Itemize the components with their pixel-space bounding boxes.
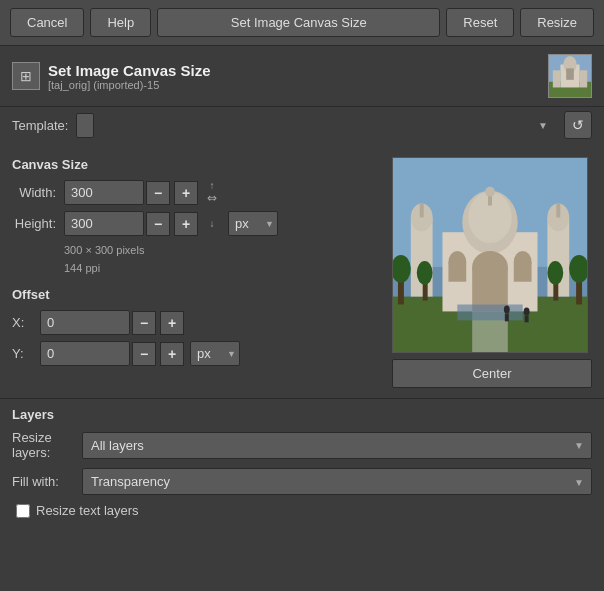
svg-rect-4 [566, 68, 574, 79]
right-panel: Center [392, 157, 592, 388]
left-panel: Canvas Size Width: − + ↑ ⇔ Height: − + [12, 157, 380, 388]
width-label: Width: [12, 185, 64, 200]
svg-point-32 [417, 261, 433, 285]
canvas-size-title: Canvas Size [12, 157, 380, 172]
svg-point-37 [504, 305, 510, 313]
offset-unit-select[interactable]: px mm cm in % [190, 341, 240, 366]
resize-text-label[interactable]: Resize text layers [36, 503, 139, 518]
layers-section: Layers Resize layers: All layers No laye… [0, 398, 604, 530]
image-thumbnail [548, 54, 592, 98]
offset-x-input[interactable] [40, 310, 130, 335]
offset-unit-wrapper: px mm cm in % [190, 341, 240, 366]
chain-bottom-icon: ↓ [202, 218, 222, 229]
offset-x-label: X: [12, 315, 40, 330]
canvas-size-section: Canvas Size Width: − + ↑ ⇔ Height: − + [12, 157, 380, 277]
title-button: Set Image Canvas Size [157, 8, 440, 37]
size-info-pixels: 300 × 300 pixels [64, 242, 380, 260]
height-input[interactable] [64, 211, 144, 236]
chain-icon: ↑ ⇔ [202, 180, 222, 205]
fill-with-select-wrapper: Transparency Background Color Foreground… [82, 468, 592, 495]
resize-layers-label: Resize layers: [12, 430, 82, 460]
offset-x-plus-button[interactable]: + [160, 311, 184, 335]
width-row: Width: − + ↑ ⇔ [12, 180, 380, 205]
offset-x-minus-button[interactable]: − [132, 311, 156, 335]
help-button[interactable]: Help [90, 8, 151, 37]
offset-title: Offset [12, 287, 380, 302]
reset-button[interactable]: Reset [446, 8, 514, 37]
svg-rect-21 [556, 204, 560, 218]
resize-text-checkbox[interactable] [16, 504, 30, 518]
svg-rect-38 [505, 313, 509, 321]
dialog-icon: ⊞ [12, 62, 40, 90]
svg-point-39 [524, 307, 530, 315]
template-reset-button[interactable]: ↺ [564, 111, 592, 139]
width-plus-button[interactable]: + [174, 181, 198, 205]
offset-y-row: Y: − + px mm cm in % [12, 341, 380, 366]
template-select-wrapper [76, 113, 556, 138]
size-info: 300 × 300 pixels 144 ppi [64, 242, 380, 277]
svg-rect-28 [457, 304, 522, 320]
layers-title: Layers [12, 407, 592, 422]
height-label: Height: [12, 216, 64, 231]
fill-with-row: Fill with: Transparency Background Color… [12, 468, 592, 495]
fill-with-label: Fill with: [12, 474, 82, 489]
offset-section: Offset X: − + Y: − + px mm cm [12, 287, 380, 366]
svg-rect-5 [553, 70, 561, 87]
fill-with-select[interactable]: Transparency Background Color Foreground… [82, 468, 592, 495]
toolbar: Cancel Help Set Image Canvas Size Reset … [0, 0, 604, 46]
width-input[interactable] [64, 180, 144, 205]
offset-y-label: Y: [12, 346, 40, 361]
offset-y-minus-button[interactable]: − [132, 342, 156, 366]
height-row: Height: − + ↓ px mm cm in % [12, 211, 380, 236]
resize-layers-select[interactable]: All layers No layers Bottom layers Top l… [82, 432, 592, 459]
offset-x-row: X: − + [12, 310, 380, 335]
svg-rect-6 [580, 70, 588, 87]
image-preview [392, 157, 588, 353]
unit-select-wrapper: px mm cm in % [228, 211, 278, 236]
header-text: Set Image Canvas Size [taj_orig] (import… [48, 62, 548, 91]
svg-rect-27 [514, 262, 532, 282]
svg-rect-40 [525, 315, 529, 322]
resize-layers-row: Resize layers: All layers No layers Bott… [12, 430, 592, 460]
offset-y-input[interactable] [40, 341, 130, 366]
template-label: Template: [12, 118, 68, 133]
main-content: Canvas Size Width: − + ↑ ⇔ Height: − + [0, 147, 604, 398]
offset-y-plus-button[interactable]: + [160, 342, 184, 366]
svg-point-23 [472, 251, 508, 283]
unit-select[interactable]: px mm cm in % [228, 211, 278, 236]
resize-button[interactable]: Resize [520, 8, 594, 37]
height-plus-button[interactable]: + [174, 212, 198, 236]
width-minus-button[interactable]: − [146, 181, 170, 205]
template-row: Template: ↺ [0, 107, 604, 147]
svg-point-15 [485, 187, 495, 197]
resize-layers-select-wrapper: All layers No layers Bottom layers Top l… [82, 432, 592, 459]
svg-rect-25 [448, 262, 466, 282]
template-select[interactable] [76, 113, 94, 138]
height-minus-button[interactable]: − [146, 212, 170, 236]
resize-text-row: Resize text layers [12, 503, 592, 518]
header-row: ⊞ Set Image Canvas Size [taj_orig] (impo… [0, 46, 604, 107]
dialog-title: Set Image Canvas Size [48, 62, 548, 79]
dialog-subtitle: [taj_orig] (imported)-15 [48, 79, 548, 91]
cancel-button[interactable]: Cancel [10, 8, 84, 37]
center-button[interactable]: Center [392, 359, 592, 388]
svg-rect-18 [420, 204, 424, 218]
size-info-ppi: 144 ppi [64, 260, 380, 278]
svg-point-36 [547, 261, 563, 285]
